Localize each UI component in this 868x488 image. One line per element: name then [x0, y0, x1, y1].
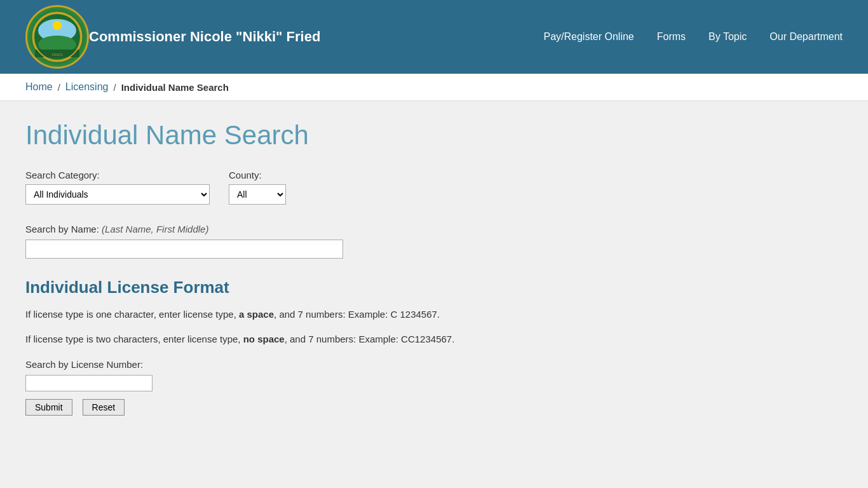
breadcrumb-sep-2: /	[113, 82, 116, 93]
format-line-2-pre: If license type is two characters, enter…	[25, 334, 243, 344]
nav-by-topic[interactable]: By Topic	[709, 31, 747, 43]
format-line-1-post: , and 7 numbers: Example: C 1234567.	[274, 309, 440, 320]
format-line-1-pre: If license type is one character, enter …	[25, 309, 239, 320]
search-category-label: Search Category:	[25, 170, 210, 180]
license-format-heading: Individual License Format	[25, 278, 843, 297]
site-logo: FDACS	[25, 5, 89, 69]
search-category-group: Search Category: All Individuals	[25, 170, 210, 205]
search-category-select[interactable]: All Individuals	[25, 184, 210, 205]
nav-forms[interactable]: Forms	[657, 31, 686, 43]
format-line-1-bold: a space	[239, 309, 274, 320]
button-row: Submit Reset	[25, 399, 843, 416]
nav-our-department[interactable]: Our Department	[770, 31, 843, 43]
breadcrumb-bar: Home / Licensing / Individual Name Searc…	[0, 74, 868, 101]
svg-text:FDACS: FDACS	[52, 53, 64, 57]
format-line-2: If license type is two characters, enter…	[25, 332, 843, 347]
license-format-section: Individual License Format If license typ…	[25, 278, 843, 346]
main-nav: Pay/Register Online Forms By Topic Our D…	[543, 31, 843, 43]
name-search-label: Search by Name: (Last Name, First Middle…	[25, 224, 843, 234]
main-content: Individual Name Search Search Category: …	[0, 101, 868, 454]
breadcrumb-home[interactable]: Home	[25, 81, 53, 93]
category-county-row: Search Category: All Individuals County:…	[25, 170, 843, 205]
page-title: Individual Name Search	[25, 120, 843, 151]
name-label-text: Search by Name:	[25, 224, 99, 234]
breadcrumb-licensing[interactable]: Licensing	[65, 81, 109, 93]
nav-pay-register[interactable]: Pay/Register Online	[543, 31, 634, 43]
license-number-input[interactable]	[25, 375, 153, 391]
breadcrumb-current: Individual Name Search	[121, 82, 229, 93]
commissioner-name: Commissioner Nicole "Nikki" Fried	[89, 29, 543, 45]
breadcrumb: Home / Licensing / Individual Name Searc…	[25, 74, 843, 100]
name-label-hint: (Last Name, First Middle)	[102, 224, 208, 234]
name-search-input[interactable]	[25, 240, 343, 259]
license-search-section: Search by License Number: Submit Reset	[25, 359, 843, 416]
county-label: County:	[229, 170, 286, 180]
format-line-1: If license type is one character, enter …	[25, 308, 843, 322]
submit-button[interactable]: Submit	[25, 399, 72, 416]
format-line-2-bold: no space	[243, 334, 285, 344]
county-select[interactable]: All	[229, 184, 286, 205]
county-group: County: All	[229, 170, 286, 205]
reset-button[interactable]: Reset	[83, 399, 125, 416]
name-search-section: Search by Name: (Last Name, First Middle…	[25, 224, 843, 259]
breadcrumb-sep-1: /	[58, 82, 60, 93]
license-label: Search by License Number:	[25, 359, 843, 370]
svg-point-2	[53, 21, 62, 30]
site-header: FDACS Commissioner Nicole "Nikki" Fried …	[0, 0, 868, 74]
format-line-2-post: , and 7 numbers: Example: CC1234567.	[285, 334, 455, 344]
logo-svg: FDACS	[32, 11, 83, 62]
